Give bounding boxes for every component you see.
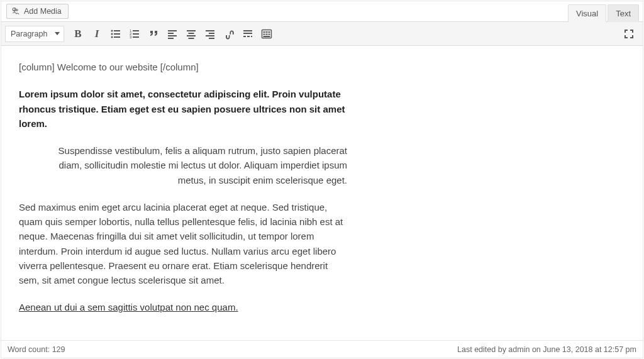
svg-rect-27 xyxy=(243,33,252,34)
content-bold-paragraph: Lorem ipsum dolor sit amet, consectetur … xyxy=(19,87,347,131)
svg-rect-28 xyxy=(243,36,246,37)
svg-rect-19 xyxy=(189,33,194,34)
blockquote-button[interactable] xyxy=(145,25,162,43)
add-media-label: Add Media xyxy=(24,7,62,16)
content-blockquote: Suspendisse vestibulum, felis a aliquam … xyxy=(19,143,347,187)
italic-button[interactable]: I xyxy=(88,25,106,43)
svg-point-6 xyxy=(111,36,113,38)
editor-content[interactable]: [column] Welcome to our website [/column… xyxy=(1,46,643,340)
bold-button[interactable]: B xyxy=(69,25,87,43)
bold-icon: B xyxy=(74,28,81,40)
link-icon xyxy=(223,28,235,40)
italic-icon: I xyxy=(95,28,99,40)
svg-rect-38 xyxy=(264,36,270,37)
quote-icon xyxy=(147,28,160,40)
svg-rect-17 xyxy=(168,38,174,39)
format-select[interactable]: Paragraph xyxy=(5,26,64,42)
read-more-icon xyxy=(242,28,254,40)
svg-rect-22 xyxy=(206,30,214,31)
svg-rect-11 xyxy=(133,33,139,35)
align-center-button[interactable] xyxy=(182,25,200,43)
fullscreen-icon xyxy=(623,28,635,40)
svg-rect-35 xyxy=(264,33,265,35)
align-right-button[interactable] xyxy=(201,25,219,43)
svg-rect-20 xyxy=(187,35,196,36)
format-select-value: Paragraph xyxy=(11,30,47,38)
svg-rect-18 xyxy=(187,30,196,31)
editor-container: Add Media Visual Text Paragraph B I 123 xyxy=(1,1,643,358)
svg-rect-14 xyxy=(168,30,177,31)
content-shortcode: [column] Welcome to our website [/column… xyxy=(19,60,347,74)
svg-rect-34 xyxy=(269,31,270,33)
svg-rect-29 xyxy=(247,36,250,37)
editor-tabs: Visual Text xyxy=(567,1,643,22)
svg-rect-30 xyxy=(251,36,252,37)
read-more-button[interactable] xyxy=(239,25,257,43)
svg-rect-32 xyxy=(264,31,265,33)
svg-rect-7 xyxy=(114,36,120,38)
link-button[interactable] xyxy=(220,25,238,43)
toolbar-toggle-icon xyxy=(260,28,273,40)
svg-rect-36 xyxy=(266,33,268,35)
last-edited: Last edited by admin on June 13, 2018 at… xyxy=(457,345,636,354)
align-left-icon xyxy=(166,28,179,40)
caret-down-icon xyxy=(55,32,60,35)
svg-rect-24 xyxy=(206,35,214,36)
toolbar-left: Paragraph B I 123 xyxy=(5,25,275,43)
align-left-button[interactable] xyxy=(164,25,181,43)
svg-point-2 xyxy=(111,30,113,31)
media-icon xyxy=(11,6,21,16)
align-right-icon xyxy=(204,28,216,40)
toolbar: Paragraph B I 123 xyxy=(1,22,643,46)
word-count: Word count: 129 xyxy=(8,345,65,354)
top-row: Add Media Visual Text xyxy=(1,1,643,22)
svg-rect-5 xyxy=(114,33,120,35)
tab-visual[interactable]: Visual xyxy=(568,4,606,22)
svg-rect-16 xyxy=(168,35,177,36)
svg-rect-26 xyxy=(243,30,252,31)
svg-rect-3 xyxy=(114,30,120,31)
content-underline: Aenean ut dui a sem sagittis volutpat no… xyxy=(19,302,238,312)
svg-rect-25 xyxy=(209,38,214,39)
svg-rect-9 xyxy=(133,30,139,31)
status-bar: Word count: 129 Last edited by admin on … xyxy=(1,340,643,358)
numbered-list-icon: 123 xyxy=(128,28,141,40)
bullet-list-icon xyxy=(109,28,122,40)
numbered-list-button[interactable]: 123 xyxy=(126,25,143,43)
fullscreen-button[interactable] xyxy=(620,25,638,43)
svg-point-4 xyxy=(111,33,113,35)
svg-rect-21 xyxy=(189,38,194,39)
svg-rect-37 xyxy=(269,33,270,35)
toolbar-toggle-button[interactable] xyxy=(258,25,275,43)
bullet-list-button[interactable] xyxy=(107,25,125,43)
tab-text[interactable]: Text xyxy=(608,4,639,22)
svg-rect-13 xyxy=(133,36,139,38)
svg-rect-33 xyxy=(266,31,268,33)
align-center-icon xyxy=(185,28,197,40)
svg-rect-15 xyxy=(168,33,174,34)
content-body-paragraph: Sed maximus enim eget arcu lacinia place… xyxy=(19,200,347,288)
add-media-button[interactable]: Add Media xyxy=(6,4,69,19)
svg-text:3: 3 xyxy=(130,35,132,39)
svg-rect-23 xyxy=(209,33,214,34)
